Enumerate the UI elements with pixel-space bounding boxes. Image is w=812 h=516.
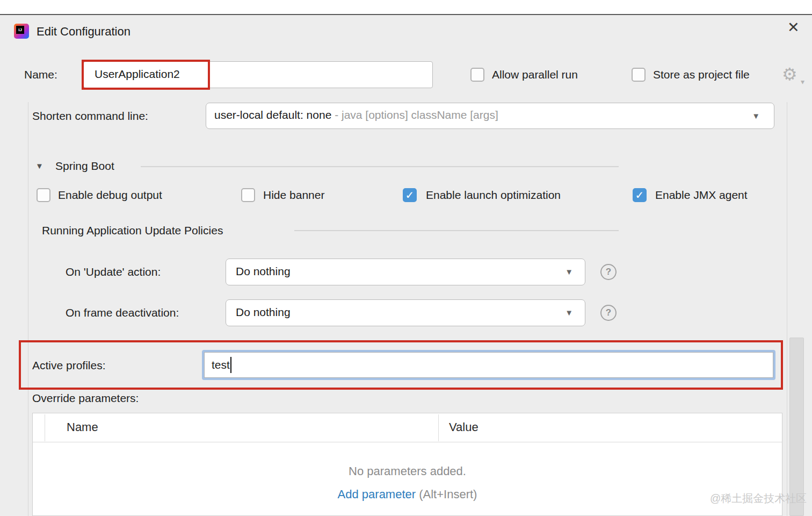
check-icon: ✓ (634, 189, 646, 202)
checkbox-enable-jmx-agent[interactable]: ✓ (633, 188, 647, 202)
override-parameters-label: Override parameters: (32, 392, 139, 405)
allow-parallel-run-label: Allow parallel run (492, 68, 578, 81)
help-icon[interactable]: ? (600, 305, 617, 321)
settings-gear-button[interactable]: ⚙ ▾ (782, 66, 801, 85)
gear-caret-icon: ▾ (801, 77, 804, 86)
chevron-down-icon: ▼ (565, 308, 573, 317)
on-frame-deactivation-label: On frame deactivation: (66, 306, 179, 319)
enable-debug-output-label: Enable debug output (58, 189, 162, 202)
name-input[interactable]: UserApplication2 (83, 61, 433, 88)
name-input-value: UserApplication2 (95, 68, 180, 81)
override-parameters-table: Name Value No parameters added. Add para… (32, 413, 782, 516)
shorten-selected-value: user-local default: none (214, 109, 331, 121)
column-divider (45, 414, 45, 441)
column-header-name[interactable]: Name (67, 420, 98, 434)
shorten-hint-text: - java [options] className [args] (331, 109, 498, 121)
shorten-command-line-select[interactable]: user-local default: none - java [options… (206, 103, 774, 129)
help-icon[interactable]: ? (600, 264, 617, 280)
check-icon: ✓ (404, 189, 416, 202)
on-frame-deactivation-value: Do nothing (236, 306, 291, 319)
spring-boot-section-title[interactable]: Spring Boot (55, 160, 114, 173)
checkbox-store-as-project-file[interactable]: ✓ (632, 68, 646, 82)
checkbox-enable-debug-output[interactable]: ✓ (37, 188, 50, 202)
checkbox-allow-parallel-run[interactable]: ✓ (470, 68, 484, 82)
active-profiles-value: test (212, 359, 230, 371)
enable-jmx-agent-label: Enable JMX agent (655, 189, 748, 202)
panel-left-border (28, 102, 28, 516)
on-update-action-label: On 'Update' action: (66, 266, 161, 278)
intellij-logo-glyph: IJ (16, 26, 24, 34)
help-glyph: ? (606, 267, 611, 277)
checkbox-hide-banner[interactable]: ✓ (241, 188, 255, 202)
collapse-triangle-icon[interactable]: ▼ (35, 161, 44, 170)
spring-boot-divider (141, 166, 619, 167)
update-policies-divider (294, 230, 619, 231)
panel-right-border (787, 102, 787, 516)
on-frame-deactivation-select[interactable]: Do nothing ▼ (226, 299, 585, 326)
close-icon[interactable]: ✕ (787, 20, 800, 35)
add-parameter-link[interactable]: Add parameter (338, 488, 416, 501)
edit-configuration-dialog: IJ Edit Configuration ✕ Name: UserApplic… (0, 0, 812, 516)
hide-banner-label: Hide banner (263, 189, 324, 202)
on-update-action-value: Do nothing (236, 265, 291, 278)
on-update-action-select[interactable]: Do nothing ▼ (226, 259, 585, 285)
active-profiles-label: Active profiles: (32, 359, 106, 372)
add-parameter-row: Add parameter (Alt+Insert) (33, 488, 782, 501)
watermark-text: @稀土掘金技术社区 (710, 491, 807, 506)
gear-icon: ⚙ (782, 64, 798, 84)
empty-table-message: No parameters added. (33, 464, 782, 478)
name-label: Name: (24, 68, 57, 81)
table-header-row: Name Value (33, 413, 782, 442)
column-divider[interactable] (438, 414, 439, 441)
add-parameter-shortcut: (Alt+Insert) (416, 488, 477, 501)
checkbox-enable-launch-optimization[interactable]: ✓ (403, 188, 417, 202)
active-profiles-input[interactable]: test (202, 350, 775, 380)
top-strip (0, 0, 812, 14)
chevron-down-icon: ▼ (565, 267, 573, 276)
vertical-scrollbar-thumb[interactable] (789, 338, 804, 516)
enable-launch-optimization-label: Enable launch optimization (426, 189, 561, 202)
text-cursor (230, 357, 231, 373)
store-as-project-file-label: Store as project file (653, 68, 750, 81)
shorten-command-line-label: Shorten command line: (32, 110, 148, 123)
update-policies-section-title: Running Application Update Policies (42, 224, 223, 237)
help-glyph: ? (606, 307, 611, 318)
column-header-value[interactable]: Value (449, 420, 479, 434)
dialog-title: Edit Configuration (37, 25, 130, 39)
intellij-logo-icon: IJ (14, 24, 29, 39)
chevron-down-icon: ▼ (752, 111, 760, 120)
